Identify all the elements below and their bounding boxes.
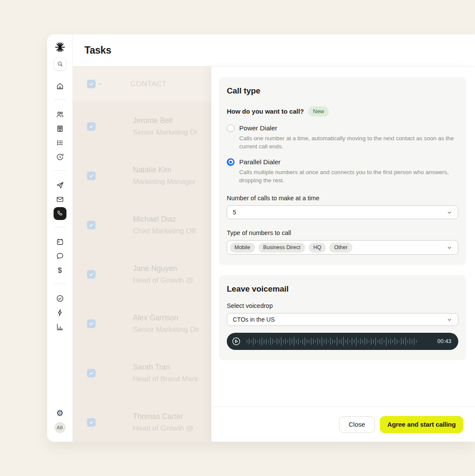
row-checkbox[interactable] — [87, 221, 96, 229]
settings-button[interactable]: ⚙ — [54, 407, 66, 419]
sidebar-item-lists[interactable] — [54, 136, 66, 149]
row-checkbox[interactable] — [87, 369, 96, 377]
waveform — [247, 336, 431, 346]
contact-title: Senior Marketing Dir — [133, 324, 199, 336]
voicemail-card: Leave voicemail Select voicedrop CTOs in… — [219, 275, 466, 360]
page-title: Tasks — [84, 45, 111, 56]
sidebar-item-sync[interactable] — [54, 151, 66, 163]
home-icon — [56, 82, 64, 90]
agree-start-calling-button[interactable]: Agree and start calling — [380, 416, 463, 433]
chevron-down-icon — [447, 210, 452, 215]
table-row: Natalie KimMarketing Manager — [73, 151, 211, 200]
number-type-chip: Business Direct — [259, 243, 305, 253]
gear-icon: ⚙ — [56, 409, 63, 417]
contact-name: Jane Nguyen — [133, 262, 193, 274]
table-row: Jerome BellSenior Marketing Di — [73, 102, 211, 151]
list-icon — [56, 139, 64, 147]
voicedrop-value: CTOs in the US — [233, 316, 275, 323]
table-row: Alex GarrisonSenior Marketing Dir — [73, 299, 211, 348]
search-button[interactable] — [54, 57, 66, 70]
contact-title: Marketing Manager — [133, 176, 195, 188]
sidebar-item-calendar[interactable] — [54, 235, 66, 248]
parallel-dialer-description: Calls multiple numbers at once and conne… — [239, 168, 458, 184]
sidebar-item-automations[interactable] — [54, 306, 66, 319]
row-checkbox[interactable] — [87, 172, 96, 180]
chevron-down-icon[interactable] — [97, 81, 102, 87]
parallel-dialer-radio-row[interactable]: Parallel Dialer — [227, 158, 458, 166]
sidebar-item-calls[interactable] — [54, 207, 66, 220]
dollar-icon: $ — [58, 267, 62, 274]
sidebar-item-companies[interactable] — [54, 122, 66, 135]
sidebar-divider — [54, 170, 66, 171]
sync-clock-icon — [56, 153, 64, 161]
contact-title: Head of Growth @ — [133, 422, 193, 434]
check-circle-icon — [56, 294, 64, 303]
search-icon — [57, 60, 63, 67]
sidebar-item-deals[interactable]: $ — [54, 264, 66, 277]
power-dialer-label: Power Dialer — [239, 124, 277, 132]
power-dialer-description: Calls one number at a time, automaticall… — [239, 134, 458, 151]
contact-title: Head of Brand Mark — [133, 373, 198, 385]
phone-icon — [56, 210, 64, 217]
voicedrop-select[interactable]: CTOs in the US — [227, 313, 458, 326]
chevron-down-icon — [447, 245, 452, 250]
sidebar-item-analytics[interactable] — [54, 320, 66, 333]
avatar[interactable]: AB — [54, 422, 66, 433]
number-type-chip: HQ — [309, 243, 326, 253]
contact-title: Head of Growth @ — [133, 274, 193, 286]
sidebar-item-chat[interactable] — [54, 250, 66, 262]
sidebar-item-sequences[interactable] — [54, 179, 66, 192]
table-row: Thomas CarterHead of Growth @ — [73, 398, 211, 442]
column-header-contact: CONTACT — [130, 80, 167, 88]
app-logo-icon — [54, 41, 66, 53]
new-badge: New — [308, 106, 329, 117]
sidebar-item-home[interactable] — [54, 80, 66, 93]
select-all-checkbox[interactable] — [87, 80, 96, 88]
radio-unselected[interactable] — [227, 124, 234, 132]
power-dialer-radio-row[interactable]: Power Dialer — [227, 124, 458, 132]
row-checkbox[interactable] — [87, 270, 96, 279]
table-row: Sarah TranHead of Brand Mark — [73, 348, 211, 398]
number-type-chip: Mobile — [230, 243, 255, 253]
building-icon — [56, 124, 64, 133]
contact-name: Natalie Kim — [133, 164, 195, 176]
chevron-down-icon — [447, 317, 452, 322]
number-type-chip: Other — [329, 243, 352, 253]
bar-chart-icon — [56, 322, 64, 331]
contact-name: Sarah Tran — [133, 361, 198, 373]
table-row: Michael DiazChief Marketing Off — [73, 200, 211, 250]
lightning-icon — [56, 308, 64, 317]
sidebar-item-people[interactable] — [54, 108, 66, 121]
sidebar-item-tasks[interactable] — [54, 292, 66, 305]
sidebar-item-email[interactable] — [54, 193, 66, 206]
row-checkbox[interactable] — [87, 122, 96, 131]
chat-bubble-icon — [56, 252, 64, 260]
play-button[interactable] — [231, 336, 241, 346]
send-icon — [56, 181, 64, 190]
sidebar-divider — [54, 99, 66, 100]
calendar-icon — [56, 238, 64, 246]
people-icon — [56, 110, 64, 119]
number-types-select[interactable]: Mobile Business Direct HQ Other — [227, 240, 458, 255]
app-window: $ — [47, 34, 475, 442]
row-checkbox[interactable] — [87, 418, 96, 427]
sidebar-divider — [54, 283, 66, 284]
contact-title: Senior Marketing Di — [133, 127, 197, 139]
sidebar: $ — [47, 34, 73, 442]
audio-player: 00:43 — [227, 333, 458, 350]
contact-name: Jerome Bell — [133, 114, 197, 127]
page-header: Tasks — [73, 34, 475, 66]
row-checkbox[interactable] — [87, 319, 96, 328]
mail-icon — [56, 195, 64, 204]
option-parallel-dialer: Parallel Dialer Calls multiple numbers a… — [227, 158, 458, 184]
contact-name: Michael Diaz — [133, 213, 195, 225]
radio-selected[interactable] — [227, 158, 234, 166]
call-type-title: Call type — [227, 86, 458, 96]
calls-count-select[interactable]: 5 — [227, 205, 458, 219]
close-button[interactable]: Close — [339, 416, 374, 433]
audio-duration: 00:43 — [437, 338, 451, 344]
table-header-row: CONTACT — [73, 66, 211, 102]
sidebar-divider — [54, 227, 66, 227]
option-power-dialer: Power Dialer Calls one number at a time,… — [227, 124, 458, 151]
contact-name: Alex Garrison — [133, 312, 199, 324]
